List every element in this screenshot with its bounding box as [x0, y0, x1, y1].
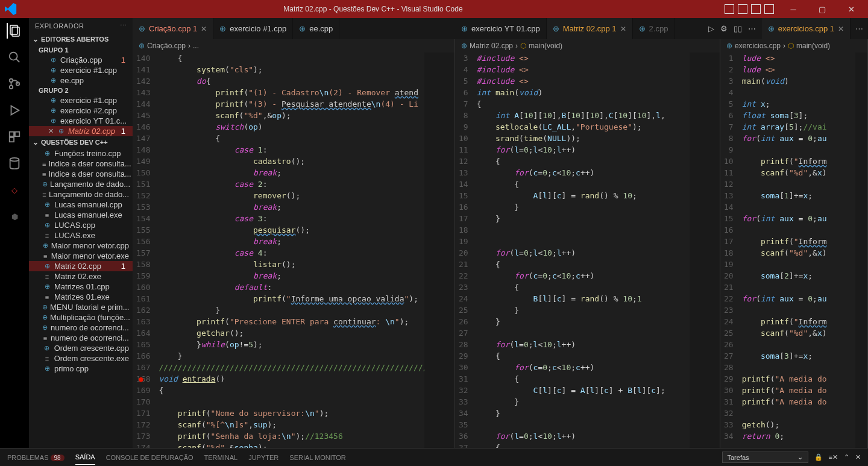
file-item[interactable]: ⊕Lucas emanuel.cpp — [29, 200, 133, 210]
svg-point-5 — [10, 86, 13, 89]
file-item[interactable]: ≡numero de ocorrenci... — [29, 333, 133, 343]
breadcrumb-symbol[interactable]: main(void) — [796, 42, 830, 50]
layout-icons[interactable] — [725, 4, 774, 14]
code-editor[interactable]: #include <>#include <>#include <>int mai… — [474, 52, 690, 448]
source-control-icon[interactable] — [7, 76, 22, 92]
gutter[interactable]: 3456789101112131415161718192021222324252… — [455, 52, 474, 448]
terminal-tab[interactable]: TERMINAL — [204, 450, 238, 465]
jupyter-tab[interactable]: JUPYTER — [248, 450, 278, 465]
open-editors-section[interactable]: EDITORES ABERTOS — [29, 33, 133, 45]
file-item[interactable]: ⊕exercicio YT 01.c... — [29, 116, 133, 126]
file-item[interactable]: ≡LUCAS.exe — [29, 230, 133, 241]
tasks-dropdown[interactable]: Tarefas⌄ — [722, 452, 808, 463]
breadcrumb-file[interactable]: exercicios.cpp — [735, 42, 781, 50]
svg-point-11 — [10, 158, 19, 162]
file-item[interactable]: ⊕numero de ocorrenci... — [29, 323, 133, 333]
breadcrumb-file[interactable]: Criação.cpp — [147, 42, 186, 50]
editor-tab[interactable]: ⊕exercicios.cpp 1✕ — [762, 18, 851, 39]
more-icon[interactable]: ⋯ — [120, 22, 127, 30]
file-item[interactable]: ≡Indice a dser consulta... — [29, 159, 133, 169]
svg-rect-10 — [10, 137, 14, 142]
file-item[interactable]: ≡Maior menor vetor.exe — [29, 251, 133, 261]
group2-label: GRUPO 2 — [29, 86, 133, 95]
search-icon[interactable] — [7, 49, 22, 65]
window-title: Matriz 02.cpp - Questões Dev C++ - Visua… — [22, 5, 725, 13]
minimize-button[interactable]: ─ — [781, 0, 805, 18]
debug-tab[interactable]: CONSOLE DE DEPURAÇÃO — [106, 450, 193, 465]
breadcrumb-symbol[interactable]: main(void) — [529, 42, 562, 50]
vscode-icon — [5, 3, 17, 15]
group1-label: GRUPO 1 — [29, 45, 133, 55]
explorer-icon[interactable] — [7, 23, 22, 39]
file-item[interactable]: ⊕LUCAS.cpp — [29, 220, 133, 230]
file-item[interactable]: ⊕ee.cpp — [29, 75, 133, 86]
more-icon[interactable]: ⋯ — [748, 24, 756, 33]
file-item[interactable]: ≡Matriz 02.exe — [29, 271, 133, 282]
editor-tab[interactable]: ⊕Criação.cpp 1✕ — [133, 18, 213, 39]
layout-icon[interactable] — [751, 4, 761, 14]
close-panel-icon[interactable]: ✕ — [855, 453, 861, 461]
file-item[interactable]: ✕⊕Matriz 02.cpp1 — [29, 126, 133, 136]
breadcrumb-rest[interactable]: ... — [193, 42, 199, 50]
split-icon[interactable]: ⚙ — [720, 24, 728, 33]
file-item[interactable]: ≡Lucas emanuel.exe — [29, 210, 133, 220]
file-item[interactable]: ⊕exercicio #1.cpp — [29, 95, 133, 105]
serial-tab[interactable]: SERIAL MONITOR — [289, 450, 346, 465]
clear-icon[interactable]: ≡✕ — [829, 453, 838, 461]
editor-tab[interactable]: ⊕2.cpp — [633, 18, 675, 39]
editor-tab[interactable]: ⊕exercicio YT 01.cpp — [455, 18, 547, 39]
close-icon[interactable]: ✕ — [48, 127, 54, 135]
file-item[interactable]: ≡Matrizes 01.exe — [29, 292, 133, 302]
editor-pane-2: ⊕Matriz 02.cpp › ⬡ main(void) 3456789101… — [455, 39, 720, 448]
maximize-button[interactable]: ▢ — [810, 0, 834, 18]
file-item[interactable]: ⊕Matriz 02.cpp1 — [29, 261, 133, 271]
lock-icon[interactable]: 🔒 — [814, 453, 823, 461]
minimap[interactable] — [690, 52, 720, 448]
file-item[interactable]: ⊕Funções treino.cpp — [29, 148, 133, 159]
project-section[interactable]: QUESTÕES DEV C++ — [29, 136, 133, 148]
layout-icon[interactable] — [764, 4, 774, 14]
layout-icon[interactable] — [738, 4, 747, 14]
svg-line-3 — [16, 59, 20, 63]
breadcrumb-file[interactable]: Matriz 02.cpp — [470, 42, 513, 50]
problems-tab[interactable]: PROBLEMAS 98 — [7, 450, 64, 465]
file-item[interactable]: ⊕primo cpp — [29, 364, 133, 374]
close-icon[interactable]: ✕ — [620, 25, 626, 33]
file-item[interactable]: ⊕MENU fatorial e prim... — [29, 302, 133, 312]
file-item[interactable]: ⊕exercicio #2.cpp — [29, 105, 133, 116]
file-item[interactable]: ⊕Multiplicação (funçõe... — [29, 312, 133, 323]
run-icon[interactable]: ▷ — [708, 24, 714, 33]
close-icon[interactable]: ✕ — [838, 25, 844, 33]
file-item[interactable]: ⊕exercicio #1.cpp — [29, 65, 133, 75]
gutter[interactable]: 1401411421431441451461471481491501511521… — [133, 52, 156, 448]
layout-icon[interactable]: ▯▯ — [734, 24, 742, 33]
code-editor[interactable]: { system("cls"); do{ printf("(1) - Cadas… — [156, 52, 424, 448]
python-icon[interactable]: ⬢ — [7, 209, 22, 224]
file-item[interactable]: ⊕Criação.cpp1 — [29, 55, 133, 65]
expand-icon[interactable]: ⌃ — [844, 453, 849, 461]
extensions-icon[interactable] — [7, 129, 22, 145]
close-button[interactable]: ✕ — [839, 0, 863, 18]
file-item[interactable]: ≡Lançamento de dado... — [29, 189, 133, 200]
run-icon[interactable] — [7, 102, 22, 118]
db-icon[interactable] — [7, 156, 22, 171]
gutter[interactable]: 1234567891011121314151617181920212223242… — [720, 52, 740, 448]
file-item[interactable]: ≡Indice a dser consulta... — [29, 169, 133, 179]
layout-icon[interactable] — [725, 4, 734, 14]
tag-icon[interactable]: ◇ — [7, 182, 22, 198]
close-icon[interactable]: ✕ — [201, 25, 207, 33]
code-editor[interactable]: lude <>lude <>main(void)int x;float soma… — [740, 52, 855, 448]
editor-tab[interactable]: ⊕ee.cpp — [293, 18, 339, 39]
editor-tab[interactable]: ⊕exercicio #1.cpp — [213, 18, 293, 39]
file-item[interactable]: ⊕Lançamento de dado... — [29, 179, 133, 189]
file-item[interactable]: ⊕Matrizes 01.cpp — [29, 282, 133, 292]
minimap[interactable] — [855, 52, 867, 448]
more-icon[interactable]: ⋯ — [851, 24, 868, 33]
file-item[interactable]: ≡Ordem crescente.exe — [29, 353, 133, 364]
minimap[interactable] — [424, 52, 454, 448]
file-item[interactable]: ⊕Maior menor vetor.cpp — [29, 241, 133, 251]
title-bar: Matriz 02.cpp - Questões Dev C++ - Visua… — [0, 0, 868, 18]
file-item[interactable]: ⊕Ordem crescente.cpp — [29, 343, 133, 353]
editor-tab[interactable]: ⊕Matriz 02.cpp 1✕ — [547, 18, 633, 39]
output-tab[interactable]: SAÍDA — [75, 450, 95, 465]
